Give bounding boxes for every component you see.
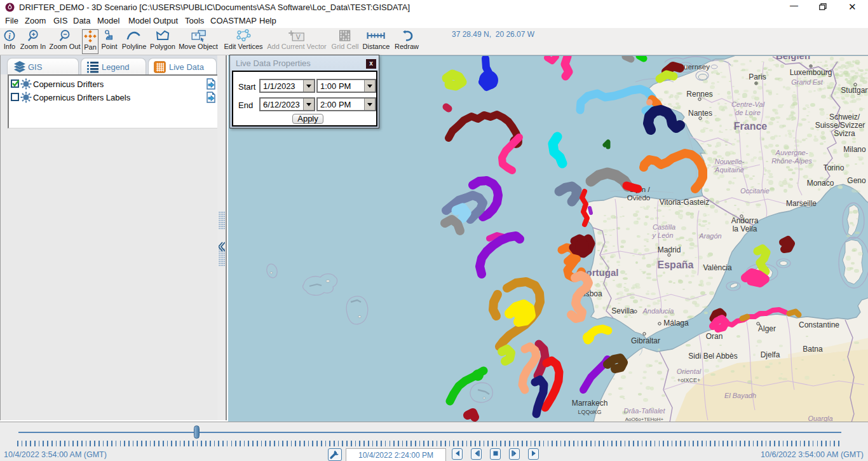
svg-text:Monaco: Monaco (807, 179, 834, 188)
svg-text:Suisse/Svizzer: Suisse/Svizzer (815, 121, 865, 130)
svg-text:Djelfa: Djelfa (761, 350, 780, 359)
svg-text:Madrid: Madrid (658, 245, 681, 254)
svg-text:Aragón: Aragón (698, 232, 721, 240)
svg-text:El Bayadh: El Bayadh (724, 392, 756, 399)
svg-text:Batna: Batna (803, 345, 823, 354)
svg-text:Centre-Val: Centre-Val (731, 100, 765, 108)
svg-text:*: * (194, 33, 197, 40)
svg-text:Alger: Alger (758, 324, 776, 333)
svg-text:Oran: Oran (706, 332, 723, 341)
svg-text:Drâa-Tafilalet: Drâa-Tafilalet (623, 407, 665, 415)
svg-text:Schweiz/: Schweiz/ (829, 113, 860, 121)
svg-text:Svizra: Svizra (834, 129, 855, 138)
svg-text:Ouargla: Ouargla (808, 415, 832, 422)
svg-text:Sidi Bel Abbès: Sidi Bel Abbès (688, 352, 737, 361)
svg-text:Gibraltar: Gibraltar (631, 336, 660, 345)
svg-text:LQQoKG: LQQoKG (578, 409, 601, 415)
svg-text:Vitoria-Gasteiz: Vitoria-Gasteiz (660, 198, 709, 207)
svg-text:Paris: Paris (749, 72, 766, 81)
svg-text:la Vella: la Vella (733, 224, 757, 233)
svg-text:Marseille: Marseille (786, 199, 817, 208)
svg-text:Stuttgart: Stuttgart (841, 86, 868, 95)
svg-text:Andalucía: Andalucía (642, 307, 674, 315)
svg-text:Sevilla: Sevilla (611, 306, 634, 315)
svg-text:Luxembourg: Luxembourg (790, 68, 832, 77)
svg-text:AoO6o+TEHoH+: AoO6o+TEHoH+ (625, 416, 664, 422)
svg-text:V: V (295, 33, 300, 41)
svg-text:y León: y León (651, 231, 673, 239)
svg-text:Castilla: Castilla (653, 223, 675, 231)
svg-text:Constantine: Constantine (799, 320, 839, 329)
svg-text:Marrakech: Marrakech (572, 399, 608, 408)
svg-text:Oviedo: Oviedo (627, 194, 650, 202)
svg-text:Belgien: Belgien (776, 56, 810, 61)
svg-text:Nantes: Nantes (688, 109, 712, 118)
svg-text:Occitanie: Occitanie (740, 187, 770, 195)
svg-text:España: España (658, 259, 694, 270)
svg-text:València: València (703, 263, 731, 272)
svg-text:+oIXCE+: +oIXCE+ (677, 377, 701, 383)
svg-text:Auvergne-: Auvergne- (775, 149, 808, 156)
svg-text:Milano: Milano (843, 145, 866, 154)
svg-text:France: France (734, 121, 768, 132)
svg-text:Geno: Geno (847, 176, 866, 185)
svg-text:Grand Est: Grand Est (791, 78, 823, 86)
svg-text:Andorra: Andorra (731, 216, 759, 225)
svg-text:i: i (8, 32, 11, 41)
svg-text:Rhône-Alpes: Rhône-Alpes (771, 157, 812, 165)
svg-text:Málaga: Málaga (663, 319, 689, 327)
svg-text:Torino: Torino (824, 163, 844, 172)
svg-text:Rennes: Rennes (686, 90, 712, 99)
svg-text:Aquitaine: Aquitaine (714, 166, 744, 174)
svg-text:de Loire: de Loire (735, 109, 761, 116)
svg-text:Nouvelle-: Nouvelle- (715, 158, 745, 165)
svg-text:Oriental: Oriental (677, 368, 702, 375)
